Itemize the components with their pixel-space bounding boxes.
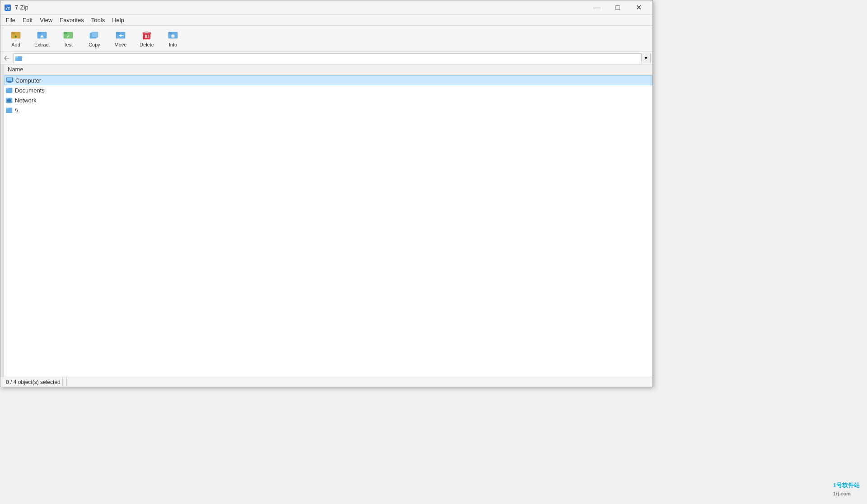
unc-icon (6, 106, 13, 114)
item-name-computer: Computer (15, 77, 41, 84)
address-dropdown-button[interactable]: ▼ (641, 53, 650, 63)
list-item[interactable]: \\. (4, 105, 653, 115)
info-label: Info (169, 42, 177, 47)
list-item[interactable]: Network (4, 95, 653, 105)
left-panel (0, 65, 4, 377)
svg-rect-12 (92, 32, 98, 37)
info-icon: i (168, 30, 178, 41)
file-items: Computer Documents (4, 74, 653, 116)
svg-rect-33 (7, 83, 12, 83)
extract-button[interactable]: Extract (29, 28, 55, 50)
main-window: 7z 7-Zip — □ ✕ File Edit View Favorites … (0, 0, 653, 387)
copy-button[interactable]: Copy (82, 28, 107, 50)
svg-rect-35 (6, 88, 9, 89)
svg-text:✓: ✓ (66, 34, 70, 39)
svg-rect-24 (168, 32, 172, 34)
menu-edit[interactable]: Edit (19, 15, 36, 25)
status-segment-3 (67, 377, 70, 387)
title-bar-left: 7z 7-Zip (4, 4, 28, 11)
menu-tools[interactable]: Tools (88, 15, 108, 25)
address-input-wrapper: ▼ (13, 53, 651, 63)
svg-rect-32 (8, 82, 11, 83)
file-list-header: Name (4, 65, 653, 74)
list-item[interactable]: Documents (4, 85, 653, 95)
test-label: Test (64, 42, 73, 47)
delete-icon (141, 30, 152, 41)
computer-icon (6, 77, 14, 84)
extract-icon (37, 30, 47, 41)
svg-text:i: i (172, 35, 173, 38)
status-text: 0 / 4 object(s) selected (4, 377, 63, 387)
add-icon: + (10, 30, 21, 41)
svg-text:7z: 7z (5, 6, 10, 10)
maximize-button[interactable]: □ (607, 0, 628, 15)
test-button[interactable]: ✓ Test (56, 28, 81, 50)
info-button[interactable]: i Info (160, 28, 186, 50)
item-name-documents: Documents (15, 87, 45, 94)
column-header-name[interactable]: Name (6, 66, 25, 73)
item-name-network: Network (15, 97, 37, 104)
add-label: Add (11, 42, 20, 47)
watermark: 1号软件站 1rj.com (833, 481, 860, 497)
minimize-button[interactable]: — (587, 0, 607, 15)
watermark-url: 1rj.com (833, 491, 851, 496)
watermark-text: 1号软件站 (833, 482, 860, 489)
menu-view[interactable]: View (36, 15, 56, 25)
file-list: Name Computer (4, 65, 653, 377)
add-button[interactable]: + Add (3, 28, 28, 50)
status-segment-2 (63, 377, 67, 387)
address-back-button[interactable] (2, 54, 11, 63)
title-bar-buttons: — □ ✕ (587, 0, 649, 15)
svg-rect-19 (145, 32, 149, 33)
menu-bar: File Edit View Favorites Tools Help (0, 15, 653, 26)
move-label: Move (115, 42, 127, 47)
menu-help[interactable]: Help (108, 15, 128, 25)
documents-icon (6, 87, 13, 94)
svg-rect-6 (37, 32, 41, 34)
toolbar: + Add Extract ✓ (0, 26, 653, 52)
list-item[interactable]: Computer (4, 75, 653, 85)
move-button[interactable]: Move (108, 28, 133, 50)
title-bar: 7z 7-Zip — □ ✕ (0, 0, 653, 15)
app-icon: 7z (4, 4, 11, 11)
svg-rect-43 (6, 108, 9, 109)
content-area: Name Computer (0, 65, 653, 377)
menu-favorites[interactable]: Favorites (56, 15, 87, 25)
move-icon (115, 30, 126, 41)
network-icon (6, 97, 13, 104)
status-bar: 0 / 4 object(s) selected (0, 377, 653, 387)
delete-label: Delete (140, 42, 154, 47)
delete-button[interactable]: Delete (134, 28, 159, 50)
close-button[interactable]: ✕ (628, 0, 649, 15)
address-bar: ▼ (0, 52, 653, 65)
svg-rect-29 (15, 56, 18, 58)
window-title: 7-Zip (15, 4, 28, 11)
extract-label: Extract (34, 42, 50, 47)
svg-text:+: + (14, 34, 17, 39)
test-icon: ✓ (63, 30, 74, 41)
copy-label: Copy (89, 42, 100, 47)
address-input[interactable] (23, 54, 641, 63)
item-name-unc: \\. (15, 107, 20, 114)
svg-rect-14 (116, 32, 120, 34)
copy-icon (89, 30, 100, 41)
menu-file[interactable]: File (2, 15, 19, 25)
address-folder-icon (14, 54, 23, 63)
svg-rect-31 (7, 78, 12, 81)
